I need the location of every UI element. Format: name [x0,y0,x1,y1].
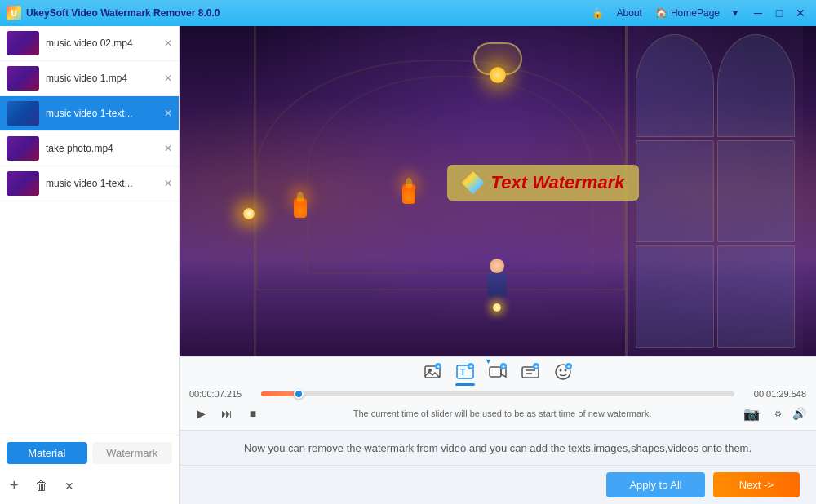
thumb-inner [7,171,39,196]
wall-light-left [294,198,307,218]
tab-material[interactable]: Material [7,442,87,464]
screenshot-button[interactable]: 📷 [740,402,763,425]
main-layout: music video 02.mp4 ✕ music video 1.mp4 ✕… [0,26,816,504]
file-name: music video 1-text... [46,108,157,119]
delete-file-button[interactable]: 🗑 [35,479,48,493]
dropdown-icon: ▾ [733,7,738,19]
step-forward-button[interactable]: ⏭ [215,402,238,425]
watermark-diamond-icon [462,171,485,194]
lock-icon-nav: 🔒 [592,7,604,19]
controls-row: ▶ ⏭ ■ The current time of slider will be… [189,402,806,425]
file-item[interactable]: take photo.mp4 ✕ [0,131,179,166]
file-item[interactable]: music video 1.mp4 ✕ [0,61,179,96]
svg-text:+: + [469,364,472,369]
file-list: music video 02.mp4 ✕ music video 1.mp4 ✕… [0,26,179,435]
info-bar: Now you can remove the watermark from vi… [180,430,816,465]
video-controls: ▼ + T+ + + + 00:00: [180,356,816,430]
chandelier-light [490,67,506,83]
toolbar-row: ▼ + T+ + + + [189,362,806,386]
file-name: music video 1.mp4 [46,73,157,84]
time-current: 00:00:07.215 [189,389,255,399]
close-file-button[interactable]: ✕ [64,480,74,493]
char-light [493,303,501,312]
nav-items: 🔒 About 🏠 HomePage ▾ [592,7,738,19]
homepage-nav[interactable]: 🏠 HomePage [655,7,720,19]
lock-icon: 🔒 [592,7,604,19]
app-title: UkeySoft Video Watermark Remover 8.0.0 [26,7,587,19]
file-name: music video 1-text... [46,178,157,189]
window-controls: ─ □ ✕ [749,4,809,22]
remove-watermark-button[interactable]: + [521,362,540,386]
wall-light-right [402,184,415,204]
file-item[interactable]: music video 02.mp4 ✕ [0,26,179,61]
title-bar: U UkeySoft Video Watermark Remover 8.0.0… [0,0,816,26]
sidebar-tabs: Material Watermark [0,435,179,471]
file-thumbnail [7,136,39,161]
timeline-row: 00:00:07.215 00:01:29.548 [189,389,806,399]
active-tab-indicator [455,383,475,386]
left-lamp [243,208,255,224]
add-file-button[interactable]: + [10,477,19,494]
left-arch-decor [180,26,256,356]
about-label: About [617,7,642,19]
file-name: take photo.mp4 [46,143,157,154]
char-head [490,259,504,273]
progress-thumb[interactable] [294,389,304,399]
volume-button[interactable]: 🔊 [792,407,806,420]
window-panes [636,34,795,348]
settings-button[interactable]: ⚙ [766,402,789,425]
file-item[interactable]: music video 1-text... ✕ [0,166,179,201]
bottom-bar: Apply to All Next -> [180,465,816,504]
time-end: 00:01:29.548 [741,389,806,399]
tab-watermark[interactable]: Watermark [92,442,173,464]
svg-point-17 [560,369,562,372]
apply-to-all-button[interactable]: Apply to All [606,472,704,497]
right-window-decor [625,26,803,356]
watermark-overlay[interactable]: Text Watermark [447,165,640,201]
about-nav[interactable]: About [617,7,642,19]
file-close-button[interactable]: ✕ [164,108,172,119]
svg-text:+: + [534,364,538,369]
file-name: music video 02.mp4 [46,38,157,49]
file-close-button[interactable]: ✕ [164,143,172,154]
file-close-button[interactable]: ✕ [164,38,172,49]
file-thumbnail [7,31,39,55]
face-mosaic-button[interactable]: + [553,362,573,386]
add-video-button[interactable]: + [488,362,508,386]
video-preview: Text Watermark [180,26,816,356]
add-image-button[interactable]: + [423,362,442,386]
file-thumbnail [7,171,39,196]
chandelier-decor [449,26,547,124]
thumb-inner [7,66,39,91]
window-pane [636,34,714,137]
stop-button[interactable]: ■ [242,402,264,425]
file-close-button[interactable]: ✕ [164,178,172,189]
file-thumbnail [7,101,39,126]
info-text: Now you can remove the watermark from vi… [244,442,752,454]
dropdown-nav[interactable]: ▾ [733,7,738,19]
window-pane [636,245,714,348]
progress-bar[interactable] [261,391,734,396]
hint-text: The current time of slider will be used … [268,409,737,418]
app-icon: U [7,6,21,20]
next-button[interactable]: Next -> [713,472,800,497]
svg-text:T: T [460,367,466,377]
window-pane [717,34,796,137]
maximize-button[interactable]: □ [770,4,788,22]
window-pane [717,245,796,348]
thumb-inner [7,136,39,161]
play-button[interactable]: ▶ [189,402,212,425]
file-item-active[interactable]: music video 1-text... ✕ [0,96,179,131]
content-area: Text Watermark ▼ + T+ + + [180,26,816,504]
svg-text:+: + [437,364,440,369]
file-close-button[interactable]: ✕ [164,73,172,84]
svg-text:+: + [567,364,570,369]
close-button[interactable]: ✕ [792,4,809,22]
add-text-button[interactable]: T+ [455,362,475,386]
thumb-inner [7,31,39,55]
minimize-button[interactable]: ─ [749,4,767,22]
thumb-inner [7,101,39,126]
window-pane [717,140,796,243]
window-pane [636,140,714,243]
character [485,259,509,307]
